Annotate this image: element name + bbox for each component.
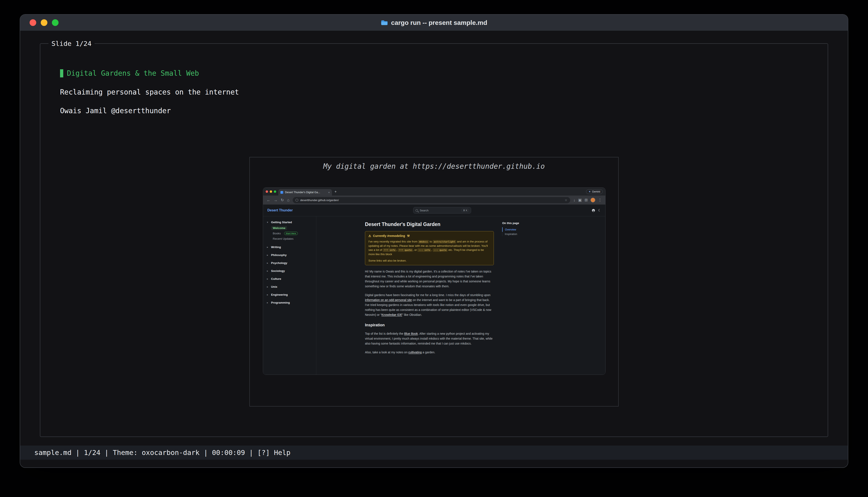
maximize-button[interactable] — [52, 19, 59, 26]
back-icon[interactable]: ← — [267, 198, 270, 202]
reload-icon[interactable]: ↻ — [281, 198, 284, 202]
tab-close-icon[interactable]: × — [328, 191, 330, 194]
inline-link[interactable]: Knowledge IDE — [382, 313, 402, 316]
profile-avatar[interactable] — [590, 198, 595, 202]
tab-favicon-icon — [281, 191, 283, 194]
slide-subtitle: Reclaiming personal spaces on the intern… — [60, 88, 239, 96]
address-bar[interactable]: desertthunder.github.io/garden/ ☆ — [293, 197, 570, 203]
chevron-right-icon: ▸ — [267, 286, 269, 288]
slide-heading-text: Digital Gardens & the Small Web — [67, 69, 199, 77]
site-brand[interactable]: Desert Thunder — [267, 209, 293, 212]
sidebar-group-culture[interactable]: ▸ Culture — [267, 275, 313, 283]
callout-footer: Some links will also be broken. — [368, 259, 490, 262]
chevron-right-icon: ▸ — [267, 294, 269, 296]
slide-author: Owais Jamil @desertthunder — [60, 106, 171, 115]
sidebar-group-unix[interactable]: ▸ Unix — [267, 283, 313, 291]
search-input[interactable]: Search ⌘ K — [413, 207, 471, 214]
sidebar-group-engineering[interactable]: ▸ Engineering — [267, 291, 313, 299]
theme-toggle-moon-icon[interactable]: ☾ — [598, 209, 601, 212]
sidebar-item-recent-updates[interactable]: Recent Updates — [271, 236, 313, 241]
inline-link[interactable]: Blue Book — [404, 332, 418, 335]
sidebar-group-philosophy[interactable]: ▸ Philosophy — [267, 251, 313, 259]
slide-image-panel: My digital garden at https://desertthund… — [250, 157, 618, 407]
browser-tab[interactable]: Desert Thunder's Digital Ga... × — [278, 189, 332, 196]
toc-item-overview[interactable]: Overview — [502, 227, 545, 232]
header-icons: ☾ — [592, 209, 601, 212]
new-tab-button[interactable]: + — [332, 189, 339, 194]
window-bottom-strip — [20, 460, 848, 467]
inline-link[interactable]: cultivating — [408, 351, 422, 354]
text-segment: Hi! My name is Owais and this is my digi… — [365, 270, 491, 288]
terminal-window: cargo run -- present sample.md Slide 1/2… — [20, 14, 848, 468]
search-placeholder: Search — [419, 209, 428, 212]
terminal-content: Slide 1/24 Digital Gardens & the Small W… — [20, 31, 848, 445]
toolbar-right-icons: ↓ ▣ ⊞ ⋮ — [573, 198, 602, 202]
bookmark-star-icon[interactable]: ☆ — [565, 198, 567, 202]
github-icon[interactable] — [592, 209, 595, 212]
paragraph-cultivating: Also, take a look at my notes on cultiva… — [365, 350, 494, 355]
apps-icon[interactable]: ▣ — [578, 198, 582, 202]
text-segment: , — [431, 248, 432, 252]
terminal-statusbar: sample.md | 1/24 | Theme: oxocarbon-dark… — [20, 445, 848, 460]
inline-code: !!! info — [383, 248, 396, 252]
sidebar-group-getting-started[interactable]: ▾ Getting Started — [267, 219, 313, 225]
folder-icon — [381, 20, 388, 26]
sidebar-item-label: Recent Updates — [271, 237, 295, 241]
start-here-badge: Start Here — [284, 232, 298, 235]
text-segment: ” like Obsidian. — [402, 313, 422, 316]
text-segment: Also, take a look at my notes on — [365, 351, 408, 354]
window-title-text: cargo run -- present sample.md — [391, 19, 487, 26]
close-button[interactable] — [30, 19, 36, 26]
sidebar-item-books[interactable]: Books Start Here — [271, 231, 313, 236]
toc-item-inspiration[interactable]: Inspiration — [502, 232, 545, 236]
sidebar-group-label: Philosophy — [271, 253, 287, 257]
section-heading-inspiration: Inspiration — [365, 323, 494, 327]
callout-title-text: Currently #remodeling — [373, 234, 405, 238]
menu-icon[interactable]: ⋮ — [598, 198, 602, 202]
paragraph-gardens: Digital gardens have been fascinating fo… — [365, 293, 494, 317]
text-segment: Top of the list is definitely the — [365, 332, 404, 335]
hammer-icon: ⚒ — [407, 234, 410, 238]
slide-frame: Slide 1/24 Digital Gardens & the Small W… — [40, 43, 828, 437]
browser-close-button[interactable] — [266, 190, 268, 193]
desktop-background: cargo run -- present sample.md Slide 1/2… — [0, 0, 868, 497]
site-info-icon[interactable] — [296, 199, 298, 201]
inline-link[interactable]: information on an odd personal site — [365, 298, 412, 302]
window-titlebar: cargo run -- present sample.md — [20, 15, 848, 31]
home-icon[interactable]: ⌂ — [287, 198, 289, 202]
sidebar-item-label: Welcome — [271, 226, 287, 230]
sidebar-group-programming[interactable]: ▸ Programming — [267, 299, 313, 307]
paragraph-intro: Hi! My name is Owais and this is my digi… — [365, 269, 494, 289]
sidebar-group-label: Sociology — [271, 269, 285, 272]
browser-screenshot: Desert Thunder's Digital Ga... × + ✦ Gem… — [263, 187, 606, 375]
sidebar-group-sociology[interactable]: ▸ Sociology — [267, 267, 313, 275]
url-text: desertthunder.github.io/garden/ — [300, 199, 339, 202]
sidebar-group-writing[interactable]: ▸ Writing — [267, 243, 313, 251]
text-segment: Digital gardens have been fascinating fo… — [365, 293, 490, 297]
gemini-button[interactable]: ✦ Gemini — [586, 189, 603, 194]
image-caption: My digital garden at https://desertthund… — [250, 162, 618, 170]
browser-minimize-button[interactable] — [270, 190, 272, 193]
page-title: Desert Thunder's Digital Garden — [365, 222, 494, 227]
minimize-button[interactable] — [41, 19, 47, 26]
forward-icon[interactable]: → — [274, 198, 278, 202]
chevron-right-icon: ▸ — [267, 254, 269, 256]
extensions-icon[interactable]: ⊞ — [585, 198, 588, 202]
sidebar-item-welcome[interactable]: Welcome — [271, 225, 313, 231]
browser-maximize-button[interactable] — [274, 190, 276, 193]
sidebar-items: Welcome Books Start Here Recent Updates — [267, 225, 313, 241]
sidebar-group-label: Getting Started — [271, 221, 292, 224]
sidebar-group-psychology[interactable]: ▸ Psychology — [267, 259, 313, 267]
sidebar-group-label: Unix — [271, 285, 277, 288]
download-icon[interactable]: ↓ — [573, 198, 575, 202]
window-title: cargo run -- present sample.md — [381, 19, 487, 26]
warning-icon: ⚠ — [368, 234, 371, 238]
sidebar-item-label: Books — [271, 231, 283, 236]
inline-code: !!! quote — [398, 248, 413, 252]
browser-window-controls — [266, 190, 278, 193]
chevron-right-icon: ▸ — [267, 278, 269, 280]
chevron-right-icon: ▸ — [267, 270, 269, 272]
website-viewport: Desert Thunder Search ⌘ K — [263, 204, 605, 374]
chevron-right-icon: ▸ — [267, 262, 269, 264]
search-shortcut-kbd: ⌘ K — [461, 209, 469, 212]
